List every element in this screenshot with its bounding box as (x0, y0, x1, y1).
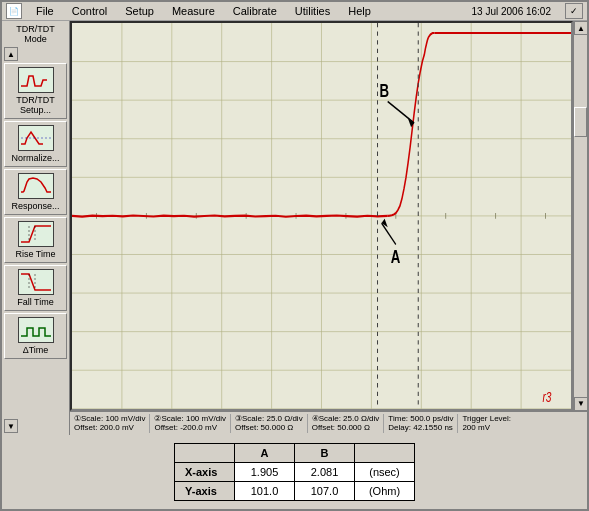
scale-2: ②Scale: 100 mV/div Offset: -200.0 mV (154, 414, 230, 433)
menu-measure[interactable]: Measure (168, 4, 219, 18)
main-window: 📄 File Control Setup Measure Calibrate U… (0, 0, 589, 511)
scale-4-line1: ④Scale: 25.0 Ω/div (312, 414, 380, 424)
scale-trigger-line2: 200 mV (462, 423, 511, 433)
scale-3: ③Scale: 25.0 Ω/div Offset: 50.000 Ω (235, 414, 308, 433)
osc-display-area: B A r3 ▲ ▼ (70, 21, 587, 411)
col-header-b: B (295, 444, 355, 463)
scale-1-line1: ①Scale: 100 mV/div (74, 414, 145, 424)
xaxis-b: 2.081 (295, 463, 355, 482)
scale-time-line2: Delay: 42.1550 ns (388, 423, 453, 433)
sidebar-btn-rise-time[interactable]: Rise Time (4, 217, 67, 263)
sidebar-btn-normalize[interactable]: Normalize... (4, 121, 67, 167)
tdr-setup-label: TDR/TDT (16, 95, 55, 105)
yaxis-b: 107.0 (295, 482, 355, 501)
menu-calibrate[interactable]: Calibrate (229, 4, 281, 18)
sidebar-btn-fall-time[interactable]: Fall Time (4, 265, 67, 311)
scale-3-line1: ③Scale: 25.0 Ω/div (235, 414, 303, 424)
table-row-xaxis: X-axis 1.905 2.081 (nsec) (175, 463, 415, 482)
scale-1: ①Scale: 100 mV/div Offset: 200.0 mV (74, 414, 150, 433)
scale-trigger: Trigger Level: 200 mV (462, 414, 515, 433)
scroll-thumb-inner (574, 107, 587, 137)
svg-rect-3 (19, 174, 53, 198)
xaxis-label: X-axis (175, 463, 235, 482)
data-table: A B X-axis 1.905 2.081 (nsec) Y-axis 101… (174, 443, 415, 501)
osc-panel: B A r3 ▲ ▼ (70, 21, 587, 435)
scale-bar: ①Scale: 100 mV/div Offset: 200.0 mV ②Sca… (70, 411, 587, 435)
col-header-empty (175, 444, 235, 463)
rise-time-icon (18, 221, 54, 247)
fall-time-label: Fall Time (17, 297, 54, 307)
menu-setup[interactable]: Setup (121, 4, 158, 18)
scale-time-line1: Time: 500.0 ps/div (388, 414, 453, 424)
tdr-setup-label2: Setup... (20, 105, 51, 115)
menu-utilities[interactable]: Utilities (291, 4, 334, 18)
menu-bar: 📄 File Control Setup Measure Calibrate U… (2, 2, 587, 21)
mode-label: TDR/TDT Mode (4, 23, 67, 45)
yaxis-unit: (Ohm) (355, 482, 415, 501)
file-icon: 📄 (6, 3, 22, 19)
col-header-unit (355, 444, 415, 463)
scale-2-line2: Offset: -200.0 mV (154, 423, 225, 433)
osc-screen: B A r3 (70, 21, 573, 411)
scale-4: ④Scale: 25.0 Ω/div Offset: 50.000 Ω (312, 414, 385, 433)
response-icon (18, 173, 54, 199)
yaxis-a: 101.0 (235, 482, 295, 501)
sidebar-btn-tdr-setup[interactable]: TDR/TDT Setup... (4, 63, 67, 119)
scale-3-line2: Offset: 50.000 Ω (235, 423, 303, 433)
fall-time-icon (18, 269, 54, 295)
scroll-thumb[interactable] (574, 35, 587, 397)
tdr-setup-icon (18, 67, 54, 93)
col-header-a: A (235, 444, 295, 463)
datetime-display: 13 Jul 2006 16:02 (471, 6, 551, 17)
vertical-scrollbar[interactable]: ▲ ▼ (573, 21, 587, 411)
scale-2-line1: ②Scale: 100 mV/div (154, 414, 225, 424)
scale-4-line2: Offset: 50.000 Ω (312, 423, 380, 433)
waveform-svg: B A r3 (72, 23, 571, 409)
xaxis-a: 1.905 (235, 463, 295, 482)
scale-time: Time: 500.0 ps/div Delay: 42.1550 ns (388, 414, 458, 433)
scroll-down-btn[interactable]: ▼ (574, 397, 587, 411)
svg-text:A: A (391, 246, 401, 267)
scale-1-line2: Offset: 200.0 mV (74, 423, 145, 433)
scale-trigger-line1: Trigger Level: (462, 414, 511, 424)
menu-help[interactable]: Help (344, 4, 375, 18)
xaxis-unit: (nsec) (355, 463, 415, 482)
menu-file[interactable]: File (32, 4, 58, 18)
bottom-area: A B X-axis 1.905 2.081 (nsec) Y-axis 101… (2, 435, 587, 509)
delta-time-icon (18, 317, 54, 343)
scroll-up-button[interactable]: ▲ (4, 47, 18, 61)
sidebar-btn-delta-time[interactable]: ΔTime (4, 313, 67, 359)
svg-text:r3: r3 (542, 389, 551, 405)
rise-time-label: Rise Time (15, 249, 55, 259)
svg-rect-1 (19, 126, 53, 150)
delta-time-label: ΔTime (23, 345, 49, 355)
svg-text:B: B (380, 80, 390, 101)
normalize-label: Normalize... (11, 153, 59, 163)
table-row-yaxis: Y-axis 101.0 107.0 (Ohm) (175, 482, 415, 501)
svg-rect-10 (19, 318, 53, 342)
response-label: Response... (11, 201, 59, 211)
menu-control[interactable]: Control (68, 4, 111, 18)
yaxis-label: Y-axis (175, 482, 235, 501)
scroll-up-btn[interactable]: ▲ (574, 21, 587, 35)
window-control[interactable]: ✓ (565, 3, 583, 19)
svg-rect-0 (19, 68, 53, 92)
content-area: TDR/TDT Mode ▲ TDR/TDT Setup... (2, 21, 587, 435)
sidebar-btn-response[interactable]: Response... (4, 169, 67, 215)
scroll-down-button[interactable]: ▼ (4, 419, 18, 433)
normalize-icon (18, 125, 54, 151)
sidebar: TDR/TDT Mode ▲ TDR/TDT Setup... (2, 21, 70, 435)
